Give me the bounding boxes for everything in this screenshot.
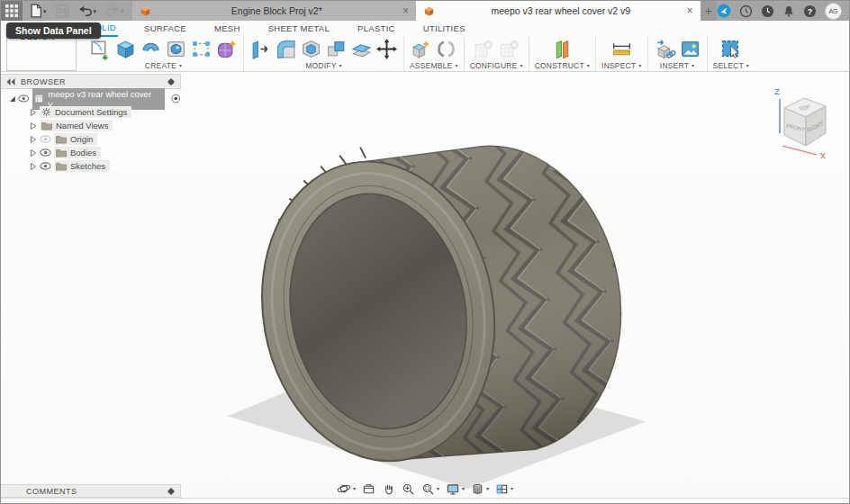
activate-component-radio[interactable] xyxy=(171,94,181,104)
zoom-window-button[interactable]: ▾ xyxy=(420,482,440,497)
group-label-configure[interactable]: CONFIGURE▾ xyxy=(470,61,523,70)
x-axis-label: X xyxy=(820,151,826,160)
insert-derive-icon[interactable] xyxy=(654,38,676,60)
group-label-select[interactable]: SELECT▾ xyxy=(713,61,750,70)
comments-label: COMMENTS xyxy=(26,487,162,496)
visibility-eye-icon[interactable] xyxy=(40,162,51,170)
fillet-icon[interactable] xyxy=(275,38,297,60)
tree-item-origin[interactable]: Origin xyxy=(1,132,181,146)
configuration-table-icon[interactable] xyxy=(498,38,520,60)
document-tab-engine-block[interactable]: Engine Block Proj v2* × xyxy=(132,1,417,21)
new-tab-button[interactable]: + xyxy=(701,1,717,21)
redo-icon xyxy=(105,4,120,17)
ribbon-tab-surface[interactable]: SURFACE xyxy=(142,22,188,36)
extrude-icon[interactable] xyxy=(114,38,137,60)
document-tab-meepo-wheel-cover[interactable]: meepo v3 rear wheel cover v2 v9 × xyxy=(416,1,701,21)
tree-item-root-component[interactable]: meepo v3 rear wheel cover v... xyxy=(1,92,181,105)
grid-settings-button[interactable]: ▾ xyxy=(470,482,490,497)
viewports-button[interactable]: ▾ xyxy=(494,482,514,497)
history-clock-icon[interactable] xyxy=(761,4,774,18)
create-sketch-icon[interactable] xyxy=(89,38,112,60)
notification-bell-icon[interactable] xyxy=(782,4,795,18)
view-cube[interactable]: TOP FRONT RIGHT Z X xyxy=(763,81,838,160)
configuration-icon[interactable] xyxy=(473,38,495,60)
visibility-eye-icon[interactable] xyxy=(40,148,51,157)
revolve-icon[interactable] xyxy=(140,38,162,60)
panel-settings-icon[interactable] xyxy=(167,78,175,86)
construction-plane-icon[interactable] xyxy=(551,38,574,60)
collapsed-triangle-icon[interactable] xyxy=(30,149,37,157)
hole-icon[interactable] xyxy=(165,38,187,60)
collapse-panel-icon[interactable] xyxy=(6,78,15,86)
insert-canvas-icon[interactable] xyxy=(679,38,701,60)
ribbon-toolbar: SOLID SURFACE MESH SHEET METAL PLASTIC U… xyxy=(1,21,849,72)
tree-item-sketches[interactable]: Sketches xyxy=(1,159,181,173)
group-label-insert[interactable]: INSERT▾ xyxy=(660,61,694,70)
close-tab-icon[interactable]: × xyxy=(402,5,409,16)
select-icon[interactable] xyxy=(719,38,742,60)
help-icon[interactable]: ? xyxy=(803,4,817,18)
x-axis-line xyxy=(782,146,817,155)
model-viewport[interactable]: BROWSER xyxy=(1,72,849,503)
ribbon-tab-plastic[interactable]: PLASTIC xyxy=(356,22,397,36)
group-label-assemble[interactable]: ASSEMBLE▾ xyxy=(410,61,458,70)
group-label-inspect[interactable]: INSPECT▾ xyxy=(601,61,641,70)
file-menu-button[interactable]: ▾ xyxy=(26,1,50,21)
ribbon-tab-utilities[interactable]: UTILITIES xyxy=(421,22,467,36)
ribbon-tab-mesh[interactable]: MESH xyxy=(212,22,242,36)
combine-icon[interactable] xyxy=(325,38,348,60)
ribbon-tab-sheet-metal[interactable]: SHEET METAL xyxy=(267,22,331,36)
comments-bar[interactable]: COMMENTS xyxy=(1,484,181,498)
caret-down-icon: ▾ xyxy=(511,486,513,491)
new-component-icon[interactable] xyxy=(410,38,432,60)
collapsed-triangle-icon[interactable] xyxy=(30,163,37,170)
caret-down-icon: ▾ xyxy=(121,8,124,14)
tree-item-named-views[interactable]: Named Views xyxy=(1,119,181,132)
collapsed-triangle-icon[interactable] xyxy=(30,109,37,116)
tree-item-label: Origin xyxy=(70,134,93,144)
tree-item-bodies[interactable]: Bodies xyxy=(1,146,181,159)
shell-icon[interactable] xyxy=(300,38,322,60)
group-label-modify[interactable]: MODIFY▾ xyxy=(305,61,341,70)
group-label-construct[interactable]: CONSTRUCT▾ xyxy=(535,61,590,70)
caret-down-icon: ▾ xyxy=(746,63,749,68)
move-copy-icon[interactable] xyxy=(375,38,398,60)
collapsed-triangle-icon[interactable] xyxy=(30,122,37,130)
user-avatar[interactable]: AG xyxy=(825,3,842,20)
pan-button[interactable] xyxy=(381,482,396,497)
caret-down-icon: ▾ xyxy=(486,486,489,491)
group-label-create[interactable]: CREATE▾ xyxy=(145,61,182,70)
redo-button[interactable]: ▾ xyxy=(103,1,127,21)
tree-item-label: Document Settings xyxy=(55,107,127,117)
undo-button[interactable]: ▾ xyxy=(76,1,100,21)
visibility-eye-icon[interactable] xyxy=(18,94,29,103)
job-status-icon[interactable] xyxy=(739,4,753,18)
orbit-button[interactable]: ▾ xyxy=(336,481,357,497)
save-icon xyxy=(56,4,69,18)
measure-icon[interactable] xyxy=(610,38,633,60)
ribbon-tab-strip: SOLID SURFACE MESH SHEET METAL PLASTIC U… xyxy=(87,21,467,37)
save-button[interactable] xyxy=(53,1,72,21)
caret-down-icon: ▾ xyxy=(179,63,182,68)
data-panel-toggle-button[interactable] xyxy=(1,1,23,21)
expanded-triangle-icon[interactable] xyxy=(9,95,16,103)
title-bar: ▾ ▾ ▾ xyxy=(1,1,849,21)
joint-icon[interactable] xyxy=(435,38,457,60)
document-cube-icon xyxy=(423,5,435,17)
look-at-button[interactable] xyxy=(361,482,376,497)
close-tab-icon[interactable]: × xyxy=(687,5,693,16)
zoom-button[interactable] xyxy=(401,482,416,497)
panel-settings-icon[interactable] xyxy=(167,488,175,495)
folder-icon xyxy=(41,122,52,130)
offset-face-icon[interactable] xyxy=(350,38,373,60)
rectangular-pattern-icon[interactable] xyxy=(190,38,212,60)
tab-title: Engine Block Proj v2* xyxy=(157,5,398,16)
visibility-off-eye-icon[interactable] xyxy=(40,135,51,143)
caret-down-icon: ▾ xyxy=(437,486,439,491)
collapsed-triangle-icon[interactable] xyxy=(30,136,37,143)
extensions-icon[interactable] xyxy=(717,4,731,18)
display-settings-button[interactable]: ▾ xyxy=(445,482,466,497)
press-pull-icon[interactable] xyxy=(249,38,272,60)
browser-header[interactable]: BROWSER xyxy=(1,74,181,89)
create-form-icon[interactable] xyxy=(215,38,238,60)
